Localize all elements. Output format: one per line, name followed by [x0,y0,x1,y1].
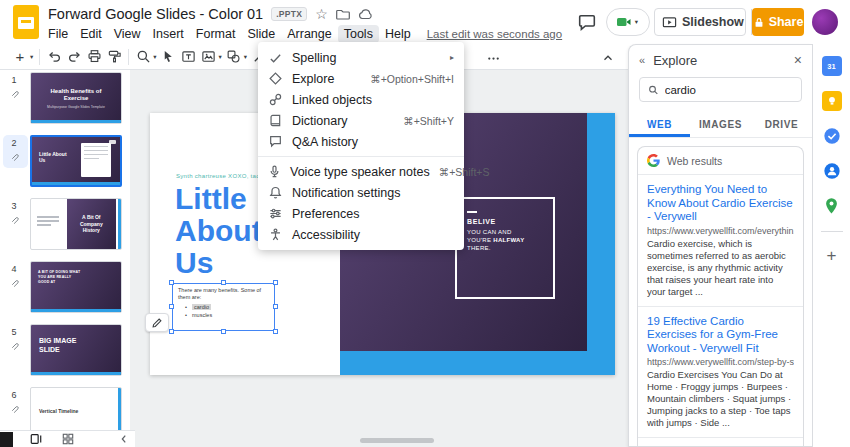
insert-shape-button[interactable] [224,46,244,68]
share-button[interactable]: Share [752,8,804,36]
thumbnail-title: BIG IMAGE SLIDE [39,337,87,354]
selection-handle[interactable] [169,280,174,285]
book-icon [268,114,283,127]
slide-thumbnail-4[interactable]: A BIT OF DOING WHAT YOU ARE REALLY GOOD … [30,261,122,313]
new-slide-button[interactable]: + [10,46,30,68]
paint-roller-icon [107,49,122,64]
zoom-button[interactable] [133,46,153,68]
insert-image-button[interactable] [199,46,219,68]
menu-item-linked-objects[interactable]: Linked objects [258,89,464,110]
menu-view[interactable]: View [108,25,147,43]
quote-box[interactable]: BELIVE YOU CAN AND YOU'RE HALFWAY THERE. [455,197,555,299]
quote-line: THERE. [467,244,545,252]
menu-item-explore[interactable]: Explore ⌘+Option+Shift+I [258,68,464,89]
result-title-link[interactable]: 19 Effective Cardio Exercises for a Gym-… [647,315,794,356]
print-button[interactable] [84,46,104,68]
collapse-panel-icon[interactable]: « [639,54,645,66]
search-result: The 20 best cardio exercises to do at ho… [638,438,803,446]
selection-handle[interactable] [273,329,278,334]
select-tool-button[interactable] [159,46,179,68]
close-panel-icon[interactable]: × [794,52,802,68]
thumbnail-title: Little About Us [39,151,71,163]
keep-icon[interactable] [822,91,842,111]
explore-search-box[interactable] [639,77,802,102]
menu-arrange[interactable]: Arrange [281,25,337,43]
zoom-caret-icon[interactable]: ▾ [153,53,156,61]
star-icon[interactable]: ☆ [315,7,328,21]
filmstrip-view-icon[interactable] [30,433,42,445]
menu-format[interactable]: Format [190,25,242,43]
bell-icon [268,186,283,199]
tab-web[interactable]: WEB [629,111,690,137]
tasks-icon[interactable] [822,126,842,146]
text-box-button[interactable] [179,46,199,68]
slide-thumbnail-1[interactable]: Health Benefits of Exercise Multipurpose… [30,72,122,124]
slideshow-button[interactable]: Slideshow ▾ [654,8,746,36]
menu-item-dictionary[interactable]: Dictionary ⌘+Shift+Y [258,110,464,131]
tab-images[interactable]: IMAGES [690,111,751,137]
move-folder-icon[interactable] [336,7,350,21]
filmstrip-row-5: 5 BIG IMAGE SLIDE [0,324,130,384]
search-result: Everything You Need to Know About Cardio… [638,175,803,307]
selection-handle[interactable] [273,304,278,309]
contacts-icon[interactable] [822,161,842,181]
tab-drive[interactable]: DRIVE [751,111,812,137]
slide-thumbnail-6[interactable]: Vertical Timeline [30,387,122,430]
undo-button[interactable] [44,46,64,68]
slide-thumbnail-2-selected[interactable]: Little About Us [30,135,122,187]
menu-item-preferences[interactable]: Preferences [258,203,464,224]
menu-item-spelling[interactable]: Spelling ▸ [258,47,464,68]
chat-icon [268,135,283,148]
grid-view-icon[interactable] [62,433,74,445]
menu-help[interactable]: Help [379,25,417,43]
web-results-header: Web results [667,155,722,167]
menu-item-notification-settings[interactable]: Notification settings [258,182,464,203]
google-slides-logo-icon[interactable] [13,5,39,39]
maps-icon[interactable] [822,196,842,216]
image-caret-icon[interactable]: ▾ [219,53,222,61]
redo-button[interactable] [64,46,84,68]
selection-handle[interactable] [169,304,174,309]
collapse-filmstrip-icon[interactable] [119,434,129,444]
toolbar-more-button[interactable] [483,47,503,69]
slide-title-text[interactable]: Little About Us [175,183,262,279]
quote-line: BELIVE [467,218,545,225]
quote-line: YOU'RE HALFWAY [467,236,545,244]
hide-menus-button[interactable] [598,47,618,69]
search-input[interactable] [665,84,793,96]
account-avatar[interactable] [812,9,838,35]
selection-handle[interactable] [169,329,174,334]
last-edit-link[interactable]: Last edit was seconds ago [427,28,563,40]
top-bar: Forward Google Slides - Color 01 .PPTX ☆… [0,0,850,44]
paint-format-button[interactable] [104,46,124,68]
comment-history-button[interactable] [576,8,598,36]
horizontal-scrollbar[interactable] [360,438,434,443]
side-panel-rail: 31 + [812,44,850,447]
menu-item-voice-type[interactable]: Voice type speaker notes ⌘+Shift+S [258,161,464,182]
menu-insert[interactable]: Insert [147,25,190,43]
menu-file[interactable]: File [42,25,74,43]
bottom-view-bar [0,430,135,447]
new-slide-caret-icon[interactable]: ▾ [30,53,33,61]
document-title[interactable]: Forward Google Slides - Color 01 [48,6,263,22]
floating-tool-button[interactable] [145,313,169,332]
add-addon-icon[interactable]: + [827,247,837,264]
menu-item-accessibility[interactable]: Accessibility [258,224,464,245]
result-title-link[interactable]: Everything You Need to Know About Cardio… [647,183,794,224]
menu-tools[interactable]: Tools [338,25,379,43]
plus-icon: + [16,49,25,64]
calendar-icon[interactable]: 31 [822,56,842,76]
menu-slide[interactable]: Slide [241,25,281,43]
menu-item-qa-history[interactable]: Q&A history [258,131,464,152]
slide-thumbnail-3[interactable]: A Bit Of Company History [30,198,122,250]
selection-handle[interactable] [273,280,278,285]
lock-icon [753,16,765,29]
cloud-status-icon[interactable] [358,7,373,21]
selected-text-box[interactable]: There are many benefits. Some of them ar… [172,283,275,331]
slide-thumbnail-5[interactable]: BIG IMAGE SLIDE [30,324,122,376]
menu-edit[interactable]: Edit [74,25,108,43]
selection-handle[interactable] [221,329,226,334]
selection-handle[interactable] [221,280,226,285]
join-call-button[interactable]: ▾ [606,8,650,36]
shape-caret-icon[interactable]: ▾ [244,53,247,61]
